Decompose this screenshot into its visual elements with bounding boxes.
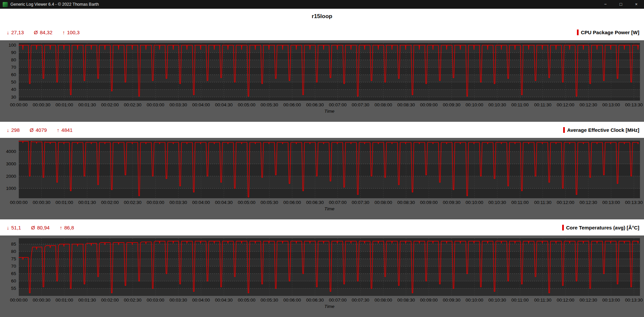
svg-text:00:06:00: 00:06:00 <box>283 102 301 107</box>
legend-color-bar <box>562 225 564 230</box>
avg-icon: Ø <box>30 127 34 133</box>
svg-text:00:11:00: 00:11:00 <box>512 298 529 303</box>
title-bar: Generic Log Viewer 6.4 - © 2022 Thomas B… <box>0 0 644 9</box>
svg-text:00:13:00: 00:13:00 <box>602 298 620 303</box>
svg-text:00:01:00: 00:01:00 <box>56 298 73 303</box>
effective-clock-chart: 00:00:0000:00:3000:01:0000:01:3000:02:00… <box>0 138 644 219</box>
stat-min-value: 27,13 <box>11 30 24 35</box>
svg-text:00:02:30: 00:02:30 <box>124 200 142 205</box>
svg-text:00:12:30: 00:12:30 <box>580 298 597 303</box>
svg-text:00:04:30: 00:04:30 <box>215 200 233 205</box>
min-arrow-icon: ↓ <box>7 225 9 230</box>
stat-min: ↓298 <box>7 127 20 133</box>
stats-bar-core-temperatures: ↓51,1 Ø80,94 ↑86,8 Core Temperatures (av… <box>0 219 644 235</box>
stat-max: ↑100,3 <box>62 30 79 35</box>
svg-text:00:05:00: 00:05:00 <box>238 298 256 303</box>
stats-bar-cpu-power: ↓27,13 Ø84,32 ↑100,3 CPU Package Power [… <box>0 24 644 40</box>
svg-text:00:10:00: 00:10:00 <box>466 102 483 107</box>
svg-text:00:03:30: 00:03:30 <box>169 298 187 303</box>
svg-text:60: 60 <box>11 278 16 283</box>
avg-icon: Ø <box>31 225 35 230</box>
svg-text:00:02:00: 00:02:00 <box>101 298 119 303</box>
svg-text:80: 80 <box>11 249 16 254</box>
svg-text:00:09:30: 00:09:30 <box>443 200 461 205</box>
svg-text:00:05:30: 00:05:30 <box>261 102 278 107</box>
cpu-power-chart: 00:00:0000:00:3000:01:0000:01:3000:02:00… <box>0 40 644 122</box>
svg-text:00:13:30: 00:13:30 <box>625 200 643 205</box>
svg-text:00:03:30: 00:03:30 <box>169 102 187 107</box>
svg-text:65: 65 <box>11 271 16 276</box>
svg-text:50: 50 <box>11 80 16 85</box>
svg-text:00:00:30: 00:00:30 <box>33 298 51 303</box>
chart-section-core-temperatures: ↓51,1 Ø80,94 ↑86,8 Core Temperatures (av… <box>0 219 644 317</box>
svg-text:00:11:00: 00:11:00 <box>512 102 529 107</box>
legend-color-bar <box>563 127 565 133</box>
svg-text:00:08:30: 00:08:30 <box>397 298 415 303</box>
svg-text:00:01:00: 00:01:00 <box>56 102 73 107</box>
avg-icon: Ø <box>34 30 38 35</box>
min-arrow-icon: ↓ <box>7 127 9 133</box>
svg-text:3000: 3000 <box>6 161 16 166</box>
chart-section-effective-clock: ↓298 Ø4079 ↑4841 Average Effective Clock… <box>0 122 644 219</box>
stat-avg: Ø4079 <box>30 127 47 133</box>
legend-color-bar <box>577 30 579 35</box>
svg-text:00:04:30: 00:04:30 <box>215 102 233 107</box>
svg-text:Time: Time <box>324 109 334 114</box>
chart-title: Average Effective Clock [MHz] <box>567 127 639 133</box>
svg-text:00:13:00: 00:13:00 <box>602 200 620 205</box>
chart-legend: Average Effective Clock [MHz] <box>563 127 639 133</box>
chart-area-core-temperatures: 00:00:0000:00:3000:01:0000:01:3000:02:00… <box>0 235 644 317</box>
svg-text:00:08:30: 00:08:30 <box>397 102 415 107</box>
svg-text:00:05:00: 00:05:00 <box>238 102 256 107</box>
svg-text:00:10:30: 00:10:30 <box>488 200 506 205</box>
svg-text:00:10:30: 00:10:30 <box>488 102 506 107</box>
svg-text:00:11:30: 00:11:30 <box>534 200 551 205</box>
svg-text:00:01:30: 00:01:30 <box>78 102 96 107</box>
svg-text:00:12:00: 00:12:00 <box>557 298 575 303</box>
svg-text:00:08:00: 00:08:00 <box>374 298 392 303</box>
close-button[interactable]: × <box>629 0 644 9</box>
chart-title: CPU Package Power [W] <box>581 30 639 35</box>
svg-text:00:04:30: 00:04:30 <box>215 298 233 303</box>
stat-avg: Ø84,32 <box>34 30 52 35</box>
svg-text:00:12:00: 00:12:00 <box>557 102 575 107</box>
maximize-button[interactable]: □ <box>613 0 629 9</box>
svg-text:00:11:30: 00:11:30 <box>534 298 551 303</box>
svg-text:00:09:30: 00:09:30 <box>443 102 461 107</box>
svg-text:00:07:30: 00:07:30 <box>352 102 370 107</box>
svg-text:60: 60 <box>11 72 16 77</box>
svg-text:00:05:30: 00:05:30 <box>261 200 278 205</box>
stat-max: ↑4841 <box>57 127 73 133</box>
svg-text:70: 70 <box>11 264 16 269</box>
chart-legend: Core Temperatures (avg) [Â°C] <box>562 225 639 230</box>
svg-text:00:02:30: 00:02:30 <box>124 102 142 107</box>
svg-text:00:00:30: 00:00:30 <box>33 102 51 107</box>
svg-text:75: 75 <box>11 256 16 261</box>
svg-text:00:06:30: 00:06:30 <box>306 298 324 303</box>
min-arrow-icon: ↓ <box>7 30 9 35</box>
log-file-title: r15loop <box>0 9 644 24</box>
svg-text:00:09:00: 00:09:00 <box>420 200 438 205</box>
svg-text:00:10:00: 00:10:00 <box>466 298 483 303</box>
core-temp-chart: 00:00:0000:00:3000:01:0000:01:3000:02:00… <box>0 235 644 317</box>
svg-text:00:07:00: 00:07:00 <box>329 102 347 107</box>
svg-text:00:03:00: 00:03:00 <box>147 102 164 107</box>
chart-area-cpu-power: 00:00:0000:00:3000:01:0000:01:3000:02:00… <box>0 40 644 122</box>
svg-text:00:13:00: 00:13:00 <box>602 102 620 107</box>
svg-text:00:04:00: 00:04:00 <box>192 298 210 303</box>
svg-text:00:06:00: 00:06:00 <box>283 200 301 205</box>
svg-text:00:00:00: 00:00:00 <box>10 298 28 303</box>
svg-text:85: 85 <box>11 242 16 247</box>
max-arrow-icon: ↑ <box>62 30 65 35</box>
svg-text:00:06:30: 00:06:30 <box>306 200 324 205</box>
svg-text:00:02:00: 00:02:00 <box>101 200 119 205</box>
svg-text:00:13:30: 00:13:30 <box>625 298 643 303</box>
svg-text:00:01:00: 00:01:00 <box>56 200 73 205</box>
stat-avg-value: 4079 <box>36 127 47 133</box>
svg-text:00:10:30: 00:10:30 <box>488 298 506 303</box>
svg-text:00:05:30: 00:05:30 <box>261 298 278 303</box>
stats-bar-effective-clock: ↓298 Ø4079 ↑4841 Average Effective Clock… <box>0 122 644 138</box>
minimize-button[interactable]: − <box>598 0 613 9</box>
svg-text:00:10:00: 00:10:00 <box>466 200 483 205</box>
svg-text:00:01:30: 00:01:30 <box>78 298 96 303</box>
